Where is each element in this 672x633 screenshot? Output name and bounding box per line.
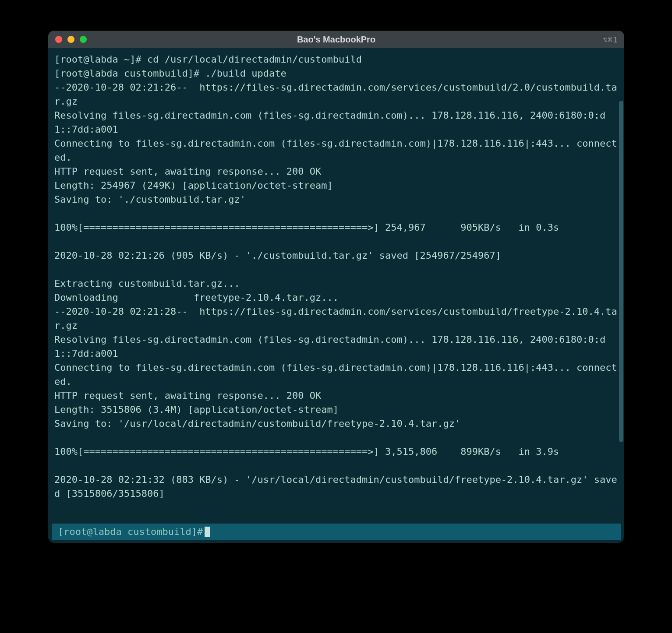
window-shortcut-hint: ⌥⌘1: [602, 35, 618, 44]
close-button[interactable]: [55, 36, 62, 43]
scrollbar-thumb[interactable]: [619, 101, 623, 442]
traffic-lights: [48, 36, 87, 43]
terminal-body[interactable]: [root@labda ~]# cd /usr/local/directadmi…: [48, 48, 624, 543]
cursor-icon: [205, 527, 210, 537]
titlebar[interactable]: Bao's MacbookPro ⌥⌘1: [48, 31, 624, 48]
maximize-button[interactable]: [80, 36, 87, 43]
terminal-window: Bao's MacbookPro ⌥⌘1 [root@labda ~]# cd …: [48, 31, 624, 543]
scrollbar-track[interactable]: [618, 48, 623, 543]
prompt-row[interactable]: [root@labda custombuild]#: [52, 524, 621, 540]
window-title: Bao's MacbookPro: [48, 35, 624, 45]
terminal-output[interactable]: [root@labda ~]# cd /usr/local/directadmi…: [48, 48, 624, 524]
prompt-text: [root@labda custombuild]#: [58, 524, 203, 539]
minimize-button[interactable]: [67, 36, 74, 43]
